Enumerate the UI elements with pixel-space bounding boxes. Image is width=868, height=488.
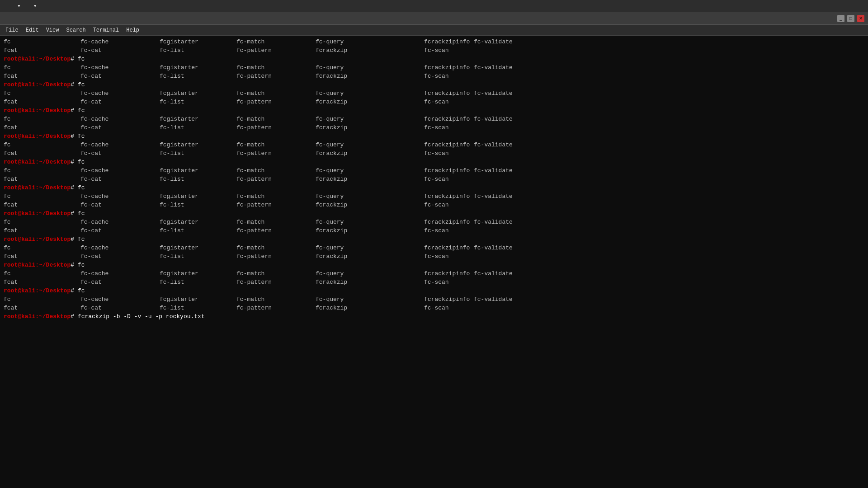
- terminal-line: fcatfc-catfc-listfc-patternfcrackzipfc-s…: [4, 149, 864, 158]
- terminal-line: fcfc-cachefcgistarterfc-matchfc-queryfcr…: [4, 89, 864, 98]
- terminal-line: root@kali:~/Desktop# fc: [4, 235, 864, 244]
- terminal-line: fcfc-cachefcgistarterfc-matchfc-queryfcr…: [4, 166, 864, 175]
- terminal-line: root@kali:~/Desktop# fc: [4, 183, 864, 192]
- places-menu[interactable]: ▾: [11, 1, 25, 10]
- terminal-line: fcatfc-catfc-listfc-patternfcrackzipfc-s…: [4, 304, 864, 312]
- terminal-line: fcatfc-catfc-listfc-patternfcrackzipfc-s…: [4, 72, 864, 80]
- terminal-line: fcfc-cachefcgistarterfc-matchfc-queryfcr…: [4, 63, 864, 72]
- terminal-line: root@kali:~/Desktop# fc: [4, 261, 864, 269]
- terminal-line: fcfc-cachefcgistarterfc-matchfc-queryfcr…: [4, 141, 864, 149]
- terminal-output: fcfc-cachefcgistarterfc-matchfc-queryfcr…: [4, 38, 864, 321]
- view-menu[interactable]: View: [42, 26, 63, 34]
- applications-menu[interactable]: [2, 5, 11, 7]
- terminal-line: fcatfc-catfc-listfc-patternfcrackzipfc-s…: [4, 278, 864, 286]
- system-menubar: ▾ ▾: [0, 0, 868, 12]
- terminal-line: fcatfc-catfc-listfc-patternfcrackzipfc-s…: [4, 123, 864, 132]
- terminal-line: fcfc-cachefcgistarterfc-matchfc-queryfcr…: [4, 295, 864, 304]
- terminal-line: root@kali:~/Desktop# fc: [4, 158, 864, 166]
- terminal-line: fcfc-cachefcgistarterfc-matchfc-queryfcr…: [4, 192, 864, 201]
- terminal-line: root@kali:~/Desktop# fc: [4, 132, 864, 141]
- terminal-line: fcatfc-catfc-listfc-patternfcrackzipfc-s…: [4, 98, 864, 106]
- terminal-submenu[interactable]: Terminal: [90, 26, 123, 34]
- terminal-line: root@kali:~/Desktop# fc: [4, 209, 864, 218]
- terminal-line: fcfc-cachefcgistarterfc-matchfc-queryfcr…: [4, 218, 864, 226]
- terminal-line: fcatfc-catfc-listfc-patternfcrackzipfc-s…: [4, 252, 864, 261]
- terminal-line: fcatfc-catfc-listfc-patternfcrackzipfc-s…: [4, 201, 864, 209]
- search-menu[interactable]: Search: [62, 26, 89, 34]
- terminal-content[interactable]: fcfc-cachefcgistarterfc-matchfc-queryfcr…: [0, 36, 868, 488]
- terminal-line: root@kali:~/Desktop# fc: [4, 80, 864, 89]
- terminal-line: root@kali:~/Desktop# fc: [4, 106, 864, 115]
- terminal-line: fcfc-cachefcgistarterfc-matchfc-queryfcr…: [4, 244, 864, 252]
- terminal-line: fcatfc-catfc-listfc-patternfcrackzipfc-s…: [4, 226, 864, 235]
- terminal-line: fcfc-cachefcgistarterfc-matchfc-queryfcr…: [4, 38, 864, 46]
- terminal-line: root@kali:~/Desktop# fc: [4, 55, 864, 63]
- terminal-menubar: File Edit View Search Terminal Help: [0, 25, 868, 36]
- terminal-line: fcfc-cachefcgistarterfc-matchfc-queryfcr…: [4, 269, 864, 278]
- close-button[interactable]: ✕: [857, 15, 864, 22]
- minimize-button[interactable]: _: [837, 15, 844, 22]
- terminal-menu[interactable]: ▾: [25, 1, 42, 10]
- window-titlebar: _ □ ✕: [0, 12, 868, 25]
- maximize-button[interactable]: □: [847, 15, 854, 22]
- terminal-line: root@kali:~/Desktop# fc: [4, 286, 864, 295]
- help-menu[interactable]: Help: [123, 26, 143, 34]
- edit-menu[interactable]: Edit: [22, 26, 42, 34]
- window-controls: _ □ ✕: [837, 15, 864, 22]
- terminal-line: fcfc-cachefcgistarterfc-matchfc-queryfcr…: [4, 115, 864, 123]
- terminal-arrow: ▾: [33, 2, 37, 9]
- terminal-line: root@kali:~/Desktop# fcrackzip -b -D -v …: [4, 312, 864, 321]
- terminal-line: fcatfc-catfc-listfc-patternfcrackzipfc-s…: [4, 46, 864, 55]
- terminal-line: fcatfc-catfc-listfc-patternfcrackzipfc-s…: [4, 175, 864, 183]
- places-arrow: ▾: [17, 2, 21, 9]
- file-menu[interactable]: File: [2, 26, 22, 34]
